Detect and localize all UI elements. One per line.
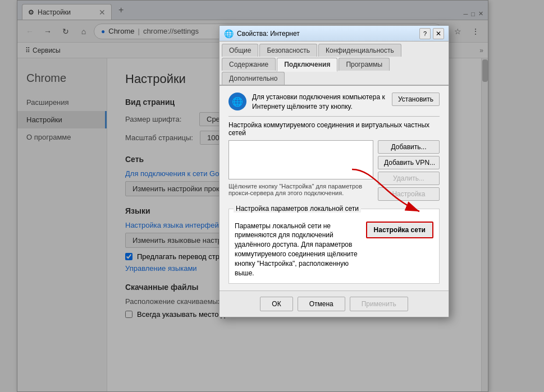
lan-section-title: Настройка параметров локальной сети <box>234 205 361 213</box>
vpn-label: Настройка коммутируемого соединения и ви… <box>228 121 440 137</box>
dialog-footer: ОК Отмена Применить <box>220 290 449 317</box>
lan-settings-btn[interactable]: Настройка сети <box>366 222 433 238</box>
separator1 <box>228 116 440 117</box>
ok-btn[interactable]: ОК <box>260 297 292 311</box>
tab-advanced[interactable]: Дополнительно <box>222 72 285 85</box>
dialog-overlay: 🌐 Свойства: Интернет ? ✕ Общие Безопасно… <box>0 0 544 392</box>
dialog-title: Свойства: Интернет <box>237 30 419 38</box>
setup-btn[interactable]: Установить <box>392 93 440 106</box>
proxy-hint: Щёлкните кнопку "Настройка" для параметр… <box>228 183 373 196</box>
globe-icon: 🌐 <box>228 93 246 110</box>
vpn-settings-btn[interactable]: Настройка <box>378 187 440 201</box>
vpn-section: Щёлкните кнопку "Настройка" для параметр… <box>228 140 440 201</box>
remove-btn[interactable]: Удалить... <box>378 172 440 185</box>
setup-text: Для установки подключения компьютера к И… <box>252 93 386 112</box>
apply-btn[interactable]: Применить <box>350 297 408 311</box>
lan-body: Параметры локальной сети не применяются … <box>235 222 433 278</box>
setup-row: 🌐 Для установки подключения компьютера к… <box>228 93 440 112</box>
tab-general[interactable]: Общие <box>222 44 258 57</box>
add-btn[interactable]: Добавить... <box>378 140 440 154</box>
dialog-body: 🌐 Для установки подключения компьютера к… <box>220 86 449 290</box>
vpn-list-area: Щёлкните кнопку "Настройка" для параметр… <box>228 140 373 201</box>
dialog-icon: 🌐 <box>224 29 234 38</box>
dialog-close-btn[interactable]: ✕ <box>433 28 444 39</box>
dialog-tabs: Общие Безопасность Конфиденциальность Со… <box>220 41 449 86</box>
dialog-help-btn[interactable]: ? <box>419 28 431 39</box>
lan-container: Настройка параметров локальной сети Пара… <box>228 209 440 284</box>
internet-properties-dialog: 🌐 Свойства: Интернет ? ✕ Общие Безопасно… <box>219 25 449 317</box>
vpn-listbox[interactable] <box>228 140 373 179</box>
dialog-titlebar: 🌐 Свойства: Интернет ? ✕ <box>220 26 449 41</box>
vpn-buttons: Добавить... Добавить VPN... Удалить... Н… <box>378 140 440 201</box>
tab-content[interactable]: Содержание <box>222 58 276 71</box>
add-vpn-btn[interactable]: Добавить VPN... <box>378 156 440 169</box>
cancel-btn[interactable]: Отмена <box>298 297 345 311</box>
tab-security[interactable]: Безопасность <box>259 44 317 57</box>
tab-connections[interactable]: Подключения <box>277 58 337 72</box>
lan-section: Настройка параметров локальной сети Пара… <box>228 209 440 284</box>
tab-privacy[interactable]: Конфиденциальность <box>318 44 401 57</box>
lan-text: Параметры локальной сети не применяются … <box>235 222 360 278</box>
tab-programs[interactable]: Программы <box>339 58 390 71</box>
